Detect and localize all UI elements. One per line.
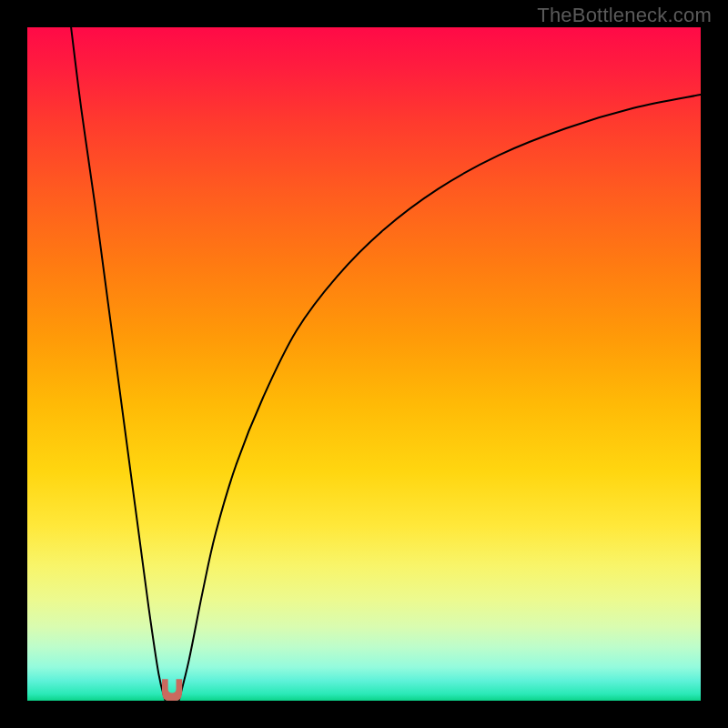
curve-left-branch: [71, 27, 166, 701]
plot-area: [27, 27, 701, 701]
attribution-label: TheBottleneck.com: [537, 4, 712, 27]
valley-marker: [162, 679, 182, 701]
curve-right-branch: [179, 95, 702, 701]
bottleneck-curve: [27, 27, 701, 701]
curve-marker-group: [71, 27, 701, 701]
chart-frame: TheBottleneck.com: [0, 0, 728, 728]
